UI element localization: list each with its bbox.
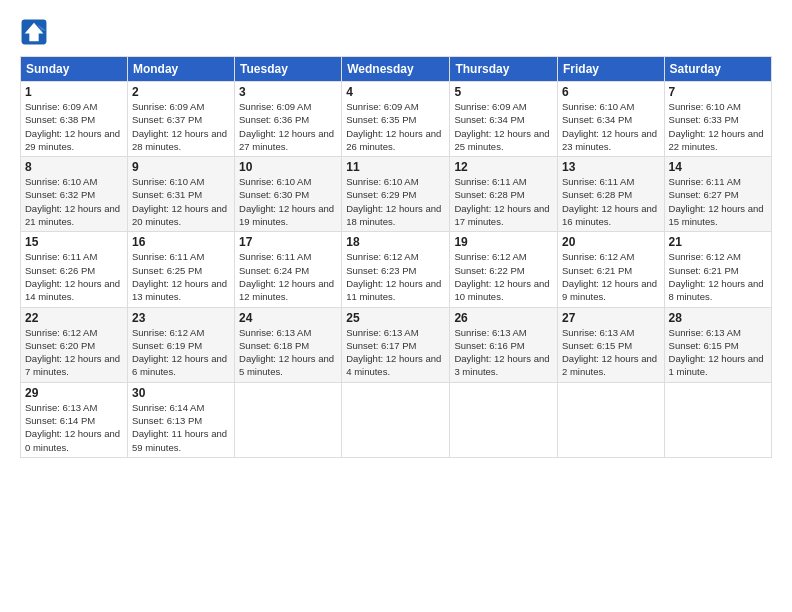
day-info: Sunrise: 6:09 AMSunset: 6:34 PMDaylight:… — [454, 100, 553, 153]
logo-icon — [20, 18, 48, 46]
day-number: 16 — [132, 235, 230, 249]
calendar-cell: 30Sunrise: 6:14 AMSunset: 6:13 PMDayligh… — [127, 382, 234, 457]
calendar-week-row: 22Sunrise: 6:12 AMSunset: 6:20 PMDayligh… — [21, 307, 772, 382]
logo — [20, 18, 52, 46]
calendar-cell — [450, 382, 558, 457]
calendar-week-row: 8Sunrise: 6:10 AMSunset: 6:32 PMDaylight… — [21, 157, 772, 232]
day-info: Sunrise: 6:13 AMSunset: 6:16 PMDaylight:… — [454, 326, 553, 379]
day-info: Sunrise: 6:12 AMSunset: 6:20 PMDaylight:… — [25, 326, 123, 379]
calendar-body: 1Sunrise: 6:09 AMSunset: 6:38 PMDaylight… — [21, 82, 772, 458]
day-header-thursday: Thursday — [450, 57, 558, 82]
calendar-week-row: 15Sunrise: 6:11 AMSunset: 6:26 PMDayligh… — [21, 232, 772, 307]
day-number: 30 — [132, 386, 230, 400]
calendar-cell: 24Sunrise: 6:13 AMSunset: 6:18 PMDayligh… — [235, 307, 342, 382]
calendar-cell — [557, 382, 664, 457]
calendar-cell: 28Sunrise: 6:13 AMSunset: 6:15 PMDayligh… — [664, 307, 771, 382]
day-number: 25 — [346, 311, 445, 325]
day-info: Sunrise: 6:12 AMSunset: 6:21 PMDaylight:… — [562, 250, 660, 303]
day-info: Sunrise: 6:14 AMSunset: 6:13 PMDaylight:… — [132, 401, 230, 454]
page: SundayMondayTuesdayWednesdayThursdayFrid… — [0, 0, 792, 468]
calendar-cell — [235, 382, 342, 457]
day-header-monday: Monday — [127, 57, 234, 82]
day-info: Sunrise: 6:11 AMSunset: 6:26 PMDaylight:… — [25, 250, 123, 303]
day-number: 10 — [239, 160, 337, 174]
calendar-cell: 20Sunrise: 6:12 AMSunset: 6:21 PMDayligh… — [557, 232, 664, 307]
day-header-wednesday: Wednesday — [342, 57, 450, 82]
calendar-cell — [342, 382, 450, 457]
day-number: 24 — [239, 311, 337, 325]
day-number: 7 — [669, 85, 767, 99]
day-info: Sunrise: 6:12 AMSunset: 6:23 PMDaylight:… — [346, 250, 445, 303]
calendar-cell — [664, 382, 771, 457]
calendar-cell: 27Sunrise: 6:13 AMSunset: 6:15 PMDayligh… — [557, 307, 664, 382]
day-number: 5 — [454, 85, 553, 99]
day-info: Sunrise: 6:11 AMSunset: 6:28 PMDaylight:… — [562, 175, 660, 228]
day-header-saturday: Saturday — [664, 57, 771, 82]
day-number: 14 — [669, 160, 767, 174]
calendar-cell: 1Sunrise: 6:09 AMSunset: 6:38 PMDaylight… — [21, 82, 128, 157]
calendar-cell: 25Sunrise: 6:13 AMSunset: 6:17 PMDayligh… — [342, 307, 450, 382]
day-info: Sunrise: 6:13 AMSunset: 6:15 PMDaylight:… — [562, 326, 660, 379]
day-info: Sunrise: 6:12 AMSunset: 6:21 PMDaylight:… — [669, 250, 767, 303]
calendar-cell: 18Sunrise: 6:12 AMSunset: 6:23 PMDayligh… — [342, 232, 450, 307]
day-info: Sunrise: 6:13 AMSunset: 6:14 PMDaylight:… — [25, 401, 123, 454]
day-number: 19 — [454, 235, 553, 249]
day-number: 11 — [346, 160, 445, 174]
calendar-cell: 8Sunrise: 6:10 AMSunset: 6:32 PMDaylight… — [21, 157, 128, 232]
day-info: Sunrise: 6:09 AMSunset: 6:37 PMDaylight:… — [132, 100, 230, 153]
day-info: Sunrise: 6:13 AMSunset: 6:17 PMDaylight:… — [346, 326, 445, 379]
calendar-cell: 13Sunrise: 6:11 AMSunset: 6:28 PMDayligh… — [557, 157, 664, 232]
day-info: Sunrise: 6:10 AMSunset: 6:32 PMDaylight:… — [25, 175, 123, 228]
calendar-cell: 16Sunrise: 6:11 AMSunset: 6:25 PMDayligh… — [127, 232, 234, 307]
calendar-cell: 10Sunrise: 6:10 AMSunset: 6:30 PMDayligh… — [235, 157, 342, 232]
day-info: Sunrise: 6:10 AMSunset: 6:31 PMDaylight:… — [132, 175, 230, 228]
day-number: 28 — [669, 311, 767, 325]
calendar-cell: 9Sunrise: 6:10 AMSunset: 6:31 PMDaylight… — [127, 157, 234, 232]
calendar-cell: 22Sunrise: 6:12 AMSunset: 6:20 PMDayligh… — [21, 307, 128, 382]
calendar-cell: 21Sunrise: 6:12 AMSunset: 6:21 PMDayligh… — [664, 232, 771, 307]
calendar-cell: 2Sunrise: 6:09 AMSunset: 6:37 PMDaylight… — [127, 82, 234, 157]
day-info: Sunrise: 6:13 AMSunset: 6:18 PMDaylight:… — [239, 326, 337, 379]
day-info: Sunrise: 6:12 AMSunset: 6:22 PMDaylight:… — [454, 250, 553, 303]
calendar-cell: 29Sunrise: 6:13 AMSunset: 6:14 PMDayligh… — [21, 382, 128, 457]
day-number: 1 — [25, 85, 123, 99]
day-header-tuesday: Tuesday — [235, 57, 342, 82]
day-number: 22 — [25, 311, 123, 325]
calendar-cell: 12Sunrise: 6:11 AMSunset: 6:28 PMDayligh… — [450, 157, 558, 232]
day-number: 18 — [346, 235, 445, 249]
day-info: Sunrise: 6:11 AMSunset: 6:25 PMDaylight:… — [132, 250, 230, 303]
day-header-friday: Friday — [557, 57, 664, 82]
calendar-cell: 11Sunrise: 6:10 AMSunset: 6:29 PMDayligh… — [342, 157, 450, 232]
day-info: Sunrise: 6:11 AMSunset: 6:28 PMDaylight:… — [454, 175, 553, 228]
day-info: Sunrise: 6:10 AMSunset: 6:33 PMDaylight:… — [669, 100, 767, 153]
day-number: 9 — [132, 160, 230, 174]
calendar-cell: 4Sunrise: 6:09 AMSunset: 6:35 PMDaylight… — [342, 82, 450, 157]
day-info: Sunrise: 6:09 AMSunset: 6:38 PMDaylight:… — [25, 100, 123, 153]
day-info: Sunrise: 6:09 AMSunset: 6:36 PMDaylight:… — [239, 100, 337, 153]
calendar-cell: 23Sunrise: 6:12 AMSunset: 6:19 PMDayligh… — [127, 307, 234, 382]
calendar-cell: 17Sunrise: 6:11 AMSunset: 6:24 PMDayligh… — [235, 232, 342, 307]
day-number: 20 — [562, 235, 660, 249]
day-number: 4 — [346, 85, 445, 99]
day-info: Sunrise: 6:10 AMSunset: 6:29 PMDaylight:… — [346, 175, 445, 228]
day-info: Sunrise: 6:11 AMSunset: 6:24 PMDaylight:… — [239, 250, 337, 303]
day-number: 29 — [25, 386, 123, 400]
day-number: 21 — [669, 235, 767, 249]
calendar-header-row: SundayMondayTuesdayWednesdayThursdayFrid… — [21, 57, 772, 82]
day-info: Sunrise: 6:11 AMSunset: 6:27 PMDaylight:… — [669, 175, 767, 228]
calendar-cell: 5Sunrise: 6:09 AMSunset: 6:34 PMDaylight… — [450, 82, 558, 157]
day-number: 27 — [562, 311, 660, 325]
calendar-cell: 15Sunrise: 6:11 AMSunset: 6:26 PMDayligh… — [21, 232, 128, 307]
calendar-table: SundayMondayTuesdayWednesdayThursdayFrid… — [20, 56, 772, 458]
calendar-cell: 26Sunrise: 6:13 AMSunset: 6:16 PMDayligh… — [450, 307, 558, 382]
day-number: 8 — [25, 160, 123, 174]
day-number: 26 — [454, 311, 553, 325]
day-number: 12 — [454, 160, 553, 174]
day-number: 13 — [562, 160, 660, 174]
calendar-cell: 14Sunrise: 6:11 AMSunset: 6:27 PMDayligh… — [664, 157, 771, 232]
day-number: 15 — [25, 235, 123, 249]
calendar-week-row: 29Sunrise: 6:13 AMSunset: 6:14 PMDayligh… — [21, 382, 772, 457]
calendar-cell: 7Sunrise: 6:10 AMSunset: 6:33 PMDaylight… — [664, 82, 771, 157]
calendar-cell: 6Sunrise: 6:10 AMSunset: 6:34 PMDaylight… — [557, 82, 664, 157]
day-info: Sunrise: 6:10 AMSunset: 6:30 PMDaylight:… — [239, 175, 337, 228]
